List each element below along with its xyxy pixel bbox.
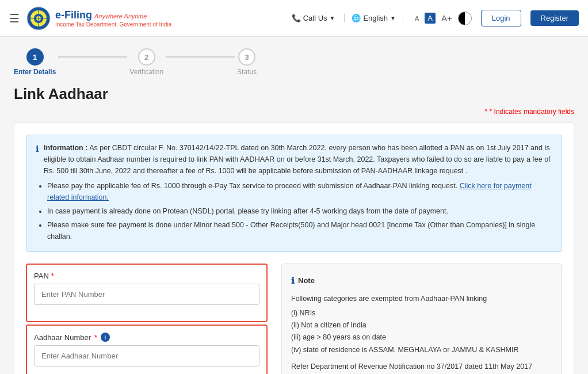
- content-area: 1 Enter Details 2 Verification 3 Status …: [0, 37, 588, 374]
- form-content: PAN * Aadhaar Number * i: [26, 264, 562, 374]
- step-line-1: [58, 56, 127, 58]
- note-intro: Following categories are exempted from A…: [291, 293, 552, 305]
- step-1-wrapper: 1 Enter Details: [14, 48, 56, 76]
- note-refer: Refer Department of Revenue Notification…: [291, 361, 552, 373]
- info-main-text: As per CBDT circular F. No. 370142/14/22…: [44, 144, 551, 175]
- aadhaar-label-row: Aadhaar Number * i: [34, 333, 259, 342]
- note-title: ℹ Note: [291, 273, 552, 288]
- globe-icon: 🌐: [352, 14, 361, 22]
- language-selector[interactable]: 🌐 English ▼: [344, 14, 403, 22]
- info-text: Information : As per CBDT circular F. No…: [44, 142, 552, 177]
- font-medium-button[interactable]: A: [425, 13, 436, 24]
- aadhaar-field-box: Aadhaar Number * i: [26, 325, 268, 374]
- mandatory-text: * Indicates mandatory fields: [490, 108, 574, 116]
- info-list: Please pay the applicable fee of Rs. 100…: [36, 180, 552, 242]
- info-box: ℹ Information : As per CBDT circular F. …: [26, 135, 562, 252]
- note-item2: (ii) Not a citizen of India: [291, 319, 552, 331]
- pan-field-box: PAN *: [26, 264, 268, 322]
- aadhaar-info-icon[interactable]: i: [101, 333, 110, 342]
- page-title: Link Aadhaar: [14, 85, 574, 103]
- note-info-icon: ℹ: [291, 273, 295, 288]
- step-3-label: Status: [237, 68, 257, 76]
- logo-area: e-Filing Anywhere Anytime Income Tax Dep…: [26, 6, 171, 30]
- font-small-button[interactable]: A: [413, 14, 421, 23]
- logo-text: e-Filing Anywhere Anytime Income Tax Dep…: [55, 9, 171, 28]
- mandatory-note: * * Indicates mandatory fields: [14, 108, 574, 116]
- aadhaar-required-star: *: [94, 333, 97, 342]
- step-1-label: Enter Details: [14, 68, 56, 76]
- logo-emblem: [26, 6, 51, 30]
- logo-subtitle: Income Tax Department, Government of Ind…: [55, 21, 171, 28]
- info-bullet-3: Please make sure fee payment is done und…: [47, 219, 552, 242]
- font-large-button[interactable]: A+: [439, 12, 455, 24]
- mandatory-star: *: [485, 108, 490, 116]
- aadhaar-input[interactable]: [34, 345, 259, 367]
- form-left: PAN * Aadhaar Number * i: [26, 264, 268, 374]
- pan-field-group: PAN *: [34, 272, 259, 305]
- info-icon: ℹ: [36, 142, 39, 177]
- contrast-button[interactable]: [458, 12, 472, 25]
- info-bullet-1: Please pay the applicable fee of Rs. 100…: [47, 180, 552, 203]
- logo-title: e-Filing: [55, 9, 92, 21]
- note-box: ℹ Note Following categories are exempted…: [281, 264, 562, 374]
- logo-tagline: Anywhere Anytime: [94, 13, 147, 20]
- step-line-2: [166, 56, 235, 58]
- step-2-wrapper: 2 Verification: [129, 48, 163, 76]
- chevron-down-icon: ▼: [330, 15, 335, 21]
- bullet1-text: Please pay the applicable fee of Rs. 100…: [47, 182, 457, 190]
- page-wrapper: ☰ e-Filing Anywhere Anytime: [0, 0, 588, 374]
- phone-icon: 📞: [292, 14, 301, 22]
- header: ☰ e-Filing Anywhere Anytime: [0, 0, 588, 37]
- pan-required-star: *: [51, 272, 54, 280]
- call-us-button[interactable]: 📞 Call Us ▼: [292, 14, 335, 22]
- step-2-label: Verification: [129, 68, 163, 76]
- step-3-circle: 3: [238, 48, 255, 66]
- hamburger-icon[interactable]: ☰: [9, 12, 20, 25]
- info-prefix: Information :: [44, 144, 87, 152]
- aadhaar-label-text: Aadhaar Number: [34, 333, 91, 342]
- font-controls: A A A+: [413, 12, 472, 25]
- pan-input[interactable]: [34, 284, 259, 305]
- form-right: ℹ Note Following categories are exempted…: [281, 264, 562, 374]
- note-title-text: Note: [298, 274, 315, 287]
- language-label: English: [363, 14, 388, 22]
- note-item1: (i) NRIs: [291, 307, 552, 319]
- chevron-down-icon2: ▼: [390, 15, 396, 21]
- info-bullet-2: In case payment is already done on Prote…: [47, 205, 552, 217]
- note-item4: (iv) state of residence is ASSAM, MEGHAL…: [291, 344, 552, 356]
- step-1-circle: 1: [26, 48, 44, 66]
- header-right: 📞 Call Us ▼ 🌐 English ▼ A A A+ Login Reg…: [292, 10, 579, 26]
- pan-label-text: PAN: [34, 272, 49, 280]
- aadhaar-field-group: Aadhaar Number * i: [34, 333, 259, 367]
- form-card: ℹ Information : As per CBDT circular F. …: [14, 123, 574, 374]
- login-button[interactable]: Login: [481, 10, 521, 26]
- step-3-wrapper: 3 Status: [237, 48, 257, 76]
- header-left: ☰ e-Filing Anywhere Anytime: [9, 6, 171, 30]
- step-2-circle: 2: [138, 48, 155, 66]
- stepper: 1 Enter Details 2 Verification 3 Status: [14, 48, 574, 76]
- info-header: ℹ Information : As per CBDT circular F. …: [36, 142, 552, 177]
- pan-label: PAN *: [34, 272, 259, 280]
- note-item3: (iii) age > 80 years as on date: [291, 331, 552, 344]
- register-button[interactable]: Register: [530, 10, 579, 26]
- call-us-label: Call Us: [303, 14, 327, 22]
